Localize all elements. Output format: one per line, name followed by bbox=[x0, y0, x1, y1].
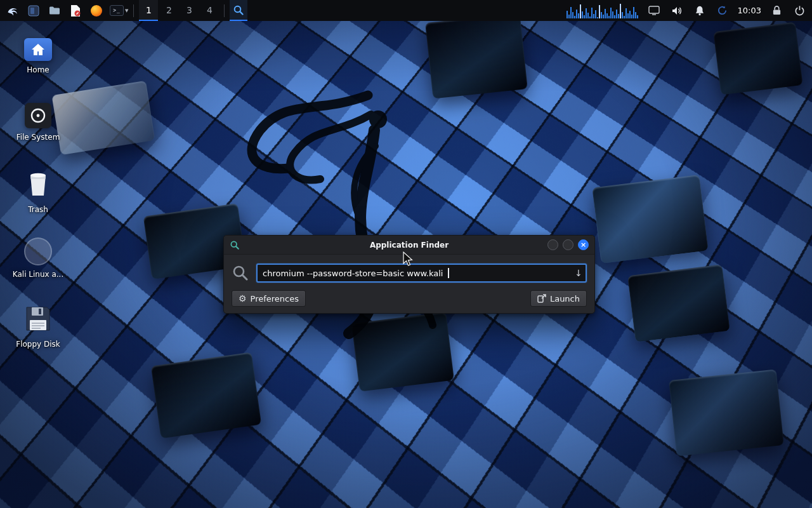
maximize-button[interactable] bbox=[563, 239, 573, 250]
desktop-icon-file-system[interactable]: File System bbox=[9, 103, 67, 142]
volume-icon[interactable] bbox=[669, 3, 684, 19]
terminal-launcher[interactable]: >_ ▼ bbox=[110, 3, 128, 19]
wallpaper-cube bbox=[713, 22, 802, 95]
lock-icon[interactable] bbox=[769, 3, 784, 19]
close-button[interactable]: × bbox=[578, 239, 589, 250]
launch-icon bbox=[537, 294, 546, 303]
trash-icon bbox=[25, 170, 51, 201]
search-icon bbox=[233, 4, 244, 16]
firefox-icon[interactable] bbox=[89, 3, 104, 19]
desktop-icon-home[interactable]: Home bbox=[9, 38, 67, 74]
notification-bell-icon[interactable] bbox=[692, 3, 707, 19]
panel-separator bbox=[224, 4, 225, 17]
kali-disc-icon bbox=[24, 237, 52, 265]
launch-button-label: Launch bbox=[550, 294, 580, 304]
workspace-switcher: 1 2 3 4 bbox=[139, 0, 219, 21]
desktop-icon-trash[interactable]: Trash bbox=[9, 170, 67, 214]
text-caret bbox=[448, 268, 449, 278]
logout-icon[interactable] bbox=[792, 3, 807, 19]
chevron-down-icon[interactable]: ▼ bbox=[125, 8, 128, 13]
desktop-icon-label: Kali Linux a... bbox=[13, 271, 63, 279]
wallpaper-cube bbox=[592, 175, 708, 264]
minimize-button[interactable] bbox=[547, 239, 558, 250]
wallpaper-cube bbox=[627, 264, 730, 342]
search-icon bbox=[232, 264, 249, 282]
application-finder-window: Application Finder × ↓ bbox=[223, 235, 595, 314]
terminal-icon: >_ bbox=[110, 5, 124, 16]
launch-button[interactable]: Launch bbox=[530, 290, 587, 307]
audio-spectrum-monitor[interactable] bbox=[566, 2, 639, 18]
preferences-button-label: Preferences bbox=[251, 294, 299, 304]
desktop-icon-label: Home bbox=[27, 66, 49, 74]
panel-separator bbox=[133, 4, 134, 17]
desktop-icon-label: Floppy Disk bbox=[16, 340, 60, 349]
workspace-3[interactable]: 3 bbox=[180, 0, 199, 21]
updates-icon[interactable] bbox=[715, 3, 730, 19]
dropdown-arrow-icon[interactable]: ↓ bbox=[575, 269, 582, 277]
kali-menu-icon[interactable] bbox=[5, 3, 20, 19]
panel-clock[interactable]: 10:03 bbox=[738, 6, 761, 15]
gear-icon: ⚙ bbox=[239, 294, 247, 303]
mouse-cursor bbox=[402, 251, 415, 267]
home-icon bbox=[24, 38, 52, 61]
desktop-icon-label: Trash bbox=[28, 206, 48, 214]
folder-icon[interactable] bbox=[47, 3, 62, 19]
wallpaper-cube bbox=[669, 369, 784, 456]
workspace-1[interactable]: 1 bbox=[139, 0, 158, 21]
app-finder-launcher[interactable] bbox=[230, 0, 247, 21]
preferences-button[interactable]: ⚙ Preferences bbox=[232, 290, 306, 307]
file-system-icon bbox=[25, 103, 51, 128]
window-title: Application Finder bbox=[224, 241, 594, 250]
desktop-icon-floppy-disk[interactable]: Floppy Disk bbox=[9, 305, 67, 349]
top-panel: >_ ▼ 1 2 3 4 bbox=[0, 0, 812, 21]
wallpaper-cube bbox=[151, 352, 261, 438]
display-icon[interactable] bbox=[646, 3, 662, 19]
desktop: >_ ▼ 1 2 3 4 bbox=[0, 0, 812, 508]
text-editor-icon[interactable] bbox=[68, 3, 83, 19]
desktop-icon-label: File System bbox=[16, 133, 60, 142]
window-icon bbox=[230, 240, 240, 250]
desktop-icon-kali-linux[interactable]: Kali Linux a... bbox=[9, 237, 67, 279]
workspace-4[interactable]: 4 bbox=[200, 0, 219, 21]
search-input[interactable] bbox=[256, 264, 587, 283]
floppy-disk-icon bbox=[24, 305, 52, 335]
workspace-2[interactable]: 2 bbox=[159, 0, 178, 21]
files-app-icon[interactable] bbox=[26, 3, 41, 19]
